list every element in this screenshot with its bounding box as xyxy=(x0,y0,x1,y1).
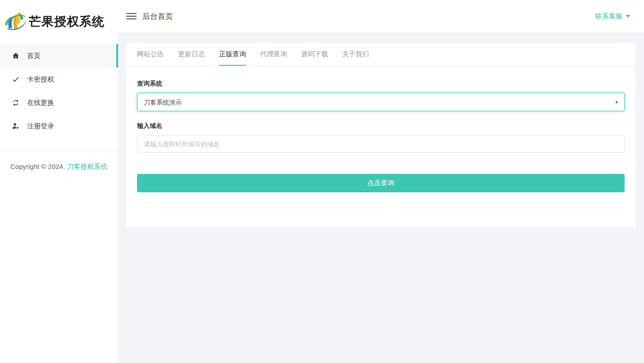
tab-about-us[interactable]: 关于我们 xyxy=(342,43,369,66)
sidebar-item-label: 首页 xyxy=(27,52,41,60)
tab-update-log[interactable]: 更新日志 xyxy=(178,43,205,66)
mango-logo-icon xyxy=(4,9,27,34)
user-gear-icon xyxy=(11,122,20,131)
topbar: 后台首页 联系客服 xyxy=(118,0,644,32)
query-submit-button[interactable]: 点击查询 xyxy=(137,174,625,192)
check-icon xyxy=(11,75,20,84)
sidebar-item-label: 卡密授权 xyxy=(27,75,54,84)
main-area: 后台首页 联系客服 网站公告 更新日志 正版查询 代理查询 源码下载 关于我们 … xyxy=(118,0,644,363)
sidebar-item-home[interactable]: 首页 xyxy=(0,44,118,68)
sidebar-item-label: 在线更换 xyxy=(27,99,54,107)
page-title: 后台首页 xyxy=(142,11,173,22)
copyright-text: Copyright © 2024. xyxy=(10,163,65,170)
tab-bar: 网站公告 更新日志 正版查询 代理查询 源码下载 关于我们 xyxy=(126,43,635,66)
tab-site-notice[interactable]: 网站公告 xyxy=(137,43,164,66)
domain-input[interactable] xyxy=(137,135,625,153)
content: 网站公告 更新日志 正版查询 代理查询 源码下载 关于我们 查询系统 刀客系统演… xyxy=(118,32,644,227)
contact-support-label: 联系客服 xyxy=(595,12,622,21)
copyright: Copyright © 2024. 刀客授权系统 xyxy=(0,151,118,171)
domain-field-group: 输入域名 xyxy=(137,122,625,153)
query-card: 网站公告 更新日志 正版查询 代理查询 源码下载 关于我们 查询系统 刀客系统演… xyxy=(126,43,635,227)
contact-support-dropdown[interactable]: 联系客服 xyxy=(595,12,630,21)
system-select-label: 查询系统 xyxy=(137,80,625,88)
app-title: 芒果授权系统 xyxy=(29,14,105,30)
app-layout: 芒果授权系统 首页 卡密授权 xyxy=(0,0,644,363)
divider-above-button xyxy=(137,163,625,163)
sidebar-nav: 首页 卡密授权 在线更换 xyxy=(0,44,118,138)
hamburger-menu-icon[interactable] xyxy=(126,11,137,21)
home-icon xyxy=(11,51,20,60)
tab-source-download[interactable]: 源码下载 xyxy=(301,43,328,66)
system-select[interactable]: 刀客系统演示 xyxy=(137,93,625,111)
caret-down-icon xyxy=(626,15,630,18)
sidebar-item-register-login[interactable]: 注册登录 xyxy=(0,114,118,138)
sidebar-item-label: 注册登录 xyxy=(27,122,54,131)
sidebar-item-card-auth[interactable]: 卡密授权 xyxy=(0,68,118,91)
domain-input-label: 输入域名 xyxy=(137,122,625,130)
tab-agent-query[interactable]: 代理查询 xyxy=(260,43,287,66)
tab-genuine-query[interactable]: 正版查询 xyxy=(219,43,246,66)
sidebar-item-online-change[interactable]: 在线更换 xyxy=(0,91,118,114)
logo-area: 芒果授权系统 xyxy=(0,0,118,44)
copyright-link[interactable]: 刀客授权系统 xyxy=(67,163,107,170)
sidebar: 芒果授权系统 首页 卡密授权 xyxy=(0,0,118,363)
sync-icon xyxy=(11,98,20,107)
divider-below-button xyxy=(137,203,625,203)
query-form: 查询系统 刀客系统演示 ▼ 输入域名 点击查询 xyxy=(126,66,635,227)
system-select-wrap: 刀客系统演示 ▼ xyxy=(137,93,625,111)
